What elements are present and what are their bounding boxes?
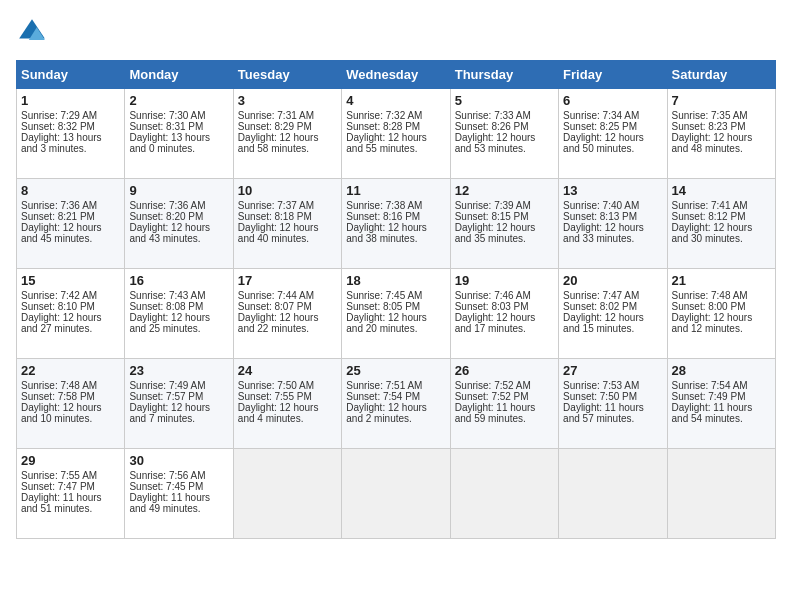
calendar-cell: 29Sunrise: 7:55 AMSunset: 7:47 PMDayligh… [17, 449, 125, 539]
sunset-text: Sunset: 8:07 PM [238, 301, 337, 312]
day-number: 17 [238, 273, 337, 288]
sunrise-text: Sunrise: 7:35 AM [672, 110, 771, 121]
daylight-minutes: and 4 minutes. [238, 413, 337, 424]
sunset-text: Sunset: 7:49 PM [672, 391, 771, 402]
daylight-text: Daylight: 12 hours [563, 132, 662, 143]
day-number: 19 [455, 273, 554, 288]
sunset-text: Sunset: 8:02 PM [563, 301, 662, 312]
sunrise-text: Sunrise: 7:39 AM [455, 200, 554, 211]
calendar-cell [233, 449, 341, 539]
daylight-minutes: and 15 minutes. [563, 323, 662, 334]
sunrise-text: Sunrise: 7:34 AM [563, 110, 662, 121]
daylight-text: Daylight: 12 hours [563, 222, 662, 233]
daylight-minutes: and 51 minutes. [21, 503, 120, 514]
sunrise-text: Sunrise: 7:36 AM [21, 200, 120, 211]
day-number: 27 [563, 363, 662, 378]
day-number: 11 [346, 183, 445, 198]
day-number: 1 [21, 93, 120, 108]
sunset-text: Sunset: 8:05 PM [346, 301, 445, 312]
calendar-cell: 27Sunrise: 7:53 AMSunset: 7:50 PMDayligh… [559, 359, 667, 449]
daylight-text: Daylight: 12 hours [129, 402, 228, 413]
calendar-cell: 20Sunrise: 7:47 AMSunset: 8:02 PMDayligh… [559, 269, 667, 359]
sunrise-text: Sunrise: 7:38 AM [346, 200, 445, 211]
daylight-minutes: and 2 minutes. [346, 413, 445, 424]
day-number: 20 [563, 273, 662, 288]
calendar-cell: 19Sunrise: 7:46 AMSunset: 8:03 PMDayligh… [450, 269, 558, 359]
calendar-cell: 7Sunrise: 7:35 AMSunset: 8:23 PMDaylight… [667, 89, 775, 179]
sunset-text: Sunset: 7:54 PM [346, 391, 445, 402]
weekday-header-saturday: Saturday [667, 61, 775, 89]
daylight-text: Daylight: 12 hours [238, 402, 337, 413]
day-number: 4 [346, 93, 445, 108]
daylight-minutes: and 49 minutes. [129, 503, 228, 514]
sunrise-text: Sunrise: 7:33 AM [455, 110, 554, 121]
day-number: 14 [672, 183, 771, 198]
daylight-text: Daylight: 12 hours [455, 132, 554, 143]
sunset-text: Sunset: 7:47 PM [21, 481, 120, 492]
daylight-minutes: and 48 minutes. [672, 143, 771, 154]
daylight-text: Daylight: 12 hours [346, 312, 445, 323]
daylight-minutes: and 20 minutes. [346, 323, 445, 334]
calendar-cell: 16Sunrise: 7:43 AMSunset: 8:08 PMDayligh… [125, 269, 233, 359]
calendar-cell: 21Sunrise: 7:48 AMSunset: 8:00 PMDayligh… [667, 269, 775, 359]
sunset-text: Sunset: 8:16 PM [346, 211, 445, 222]
sunrise-text: Sunrise: 7:55 AM [21, 470, 120, 481]
daylight-text: Daylight: 12 hours [563, 312, 662, 323]
daylight-text: Daylight: 11 hours [455, 402, 554, 413]
daylight-minutes: and 17 minutes. [455, 323, 554, 334]
daylight-minutes: and 50 minutes. [563, 143, 662, 154]
day-number: 26 [455, 363, 554, 378]
day-number: 16 [129, 273, 228, 288]
calendar-week-2: 8Sunrise: 7:36 AMSunset: 8:21 PMDaylight… [17, 179, 776, 269]
sunset-text: Sunset: 8:32 PM [21, 121, 120, 132]
calendar-cell: 22Sunrise: 7:48 AMSunset: 7:58 PMDayligh… [17, 359, 125, 449]
calendar-cell: 25Sunrise: 7:51 AMSunset: 7:54 PMDayligh… [342, 359, 450, 449]
sunset-text: Sunset: 7:55 PM [238, 391, 337, 402]
calendar-week-3: 15Sunrise: 7:42 AMSunset: 8:10 PMDayligh… [17, 269, 776, 359]
sunset-text: Sunset: 8:31 PM [129, 121, 228, 132]
sunset-text: Sunset: 8:00 PM [672, 301, 771, 312]
day-number: 28 [672, 363, 771, 378]
sunset-text: Sunset: 8:21 PM [21, 211, 120, 222]
daylight-minutes: and 54 minutes. [672, 413, 771, 424]
calendar-cell: 2Sunrise: 7:30 AMSunset: 8:31 PMDaylight… [125, 89, 233, 179]
sunset-text: Sunset: 8:12 PM [672, 211, 771, 222]
daylight-text: Daylight: 11 hours [672, 402, 771, 413]
day-number: 9 [129, 183, 228, 198]
sunset-text: Sunset: 8:20 PM [129, 211, 228, 222]
calendar-cell: 11Sunrise: 7:38 AMSunset: 8:16 PMDayligh… [342, 179, 450, 269]
sunset-text: Sunset: 8:28 PM [346, 121, 445, 132]
daylight-text: Daylight: 12 hours [672, 132, 771, 143]
daylight-minutes: and 3 minutes. [21, 143, 120, 154]
daylight-minutes: and 0 minutes. [129, 143, 228, 154]
daylight-minutes: and 33 minutes. [563, 233, 662, 244]
calendar-week-4: 22Sunrise: 7:48 AMSunset: 7:58 PMDayligh… [17, 359, 776, 449]
sunrise-text: Sunrise: 7:43 AM [129, 290, 228, 301]
calendar-header: SundayMondayTuesdayWednesdayThursdayFrid… [17, 61, 776, 89]
daylight-minutes: and 38 minutes. [346, 233, 445, 244]
sunrise-text: Sunrise: 7:53 AM [563, 380, 662, 391]
calendar-cell: 26Sunrise: 7:52 AMSunset: 7:52 PMDayligh… [450, 359, 558, 449]
sunset-text: Sunset: 8:29 PM [238, 121, 337, 132]
weekday-header-monday: Monday [125, 61, 233, 89]
daylight-minutes: and 25 minutes. [129, 323, 228, 334]
sunset-text: Sunset: 7:58 PM [21, 391, 120, 402]
sunrise-text: Sunrise: 7:49 AM [129, 380, 228, 391]
day-number: 2 [129, 93, 228, 108]
sunrise-text: Sunrise: 7:47 AM [563, 290, 662, 301]
day-number: 25 [346, 363, 445, 378]
calendar-cell: 1Sunrise: 7:29 AMSunset: 8:32 PMDaylight… [17, 89, 125, 179]
calendar-cell [342, 449, 450, 539]
daylight-text: Daylight: 12 hours [672, 312, 771, 323]
day-number: 30 [129, 453, 228, 468]
daylight-minutes: and 27 minutes. [21, 323, 120, 334]
sunrise-text: Sunrise: 7:31 AM [238, 110, 337, 121]
calendar-cell: 15Sunrise: 7:42 AMSunset: 8:10 PMDayligh… [17, 269, 125, 359]
daylight-minutes: and 59 minutes. [455, 413, 554, 424]
sunrise-text: Sunrise: 7:51 AM [346, 380, 445, 391]
calendar-cell: 5Sunrise: 7:33 AMSunset: 8:26 PMDaylight… [450, 89, 558, 179]
daylight-text: Daylight: 12 hours [455, 222, 554, 233]
daylight-text: Daylight: 12 hours [346, 222, 445, 233]
weekday-header-tuesday: Tuesday [233, 61, 341, 89]
sunrise-text: Sunrise: 7:46 AM [455, 290, 554, 301]
